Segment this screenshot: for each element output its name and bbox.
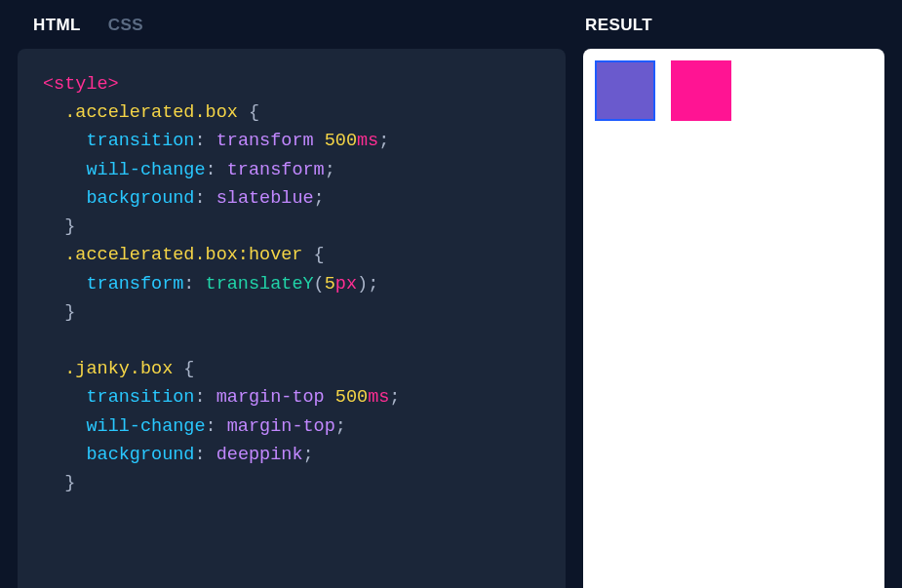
code-token: slateblue: [216, 188, 314, 209]
code-token: }: [64, 216, 75, 237]
code-token: {: [238, 102, 259, 123]
code-token: transform: [227, 160, 325, 180]
code-token: ;: [389, 387, 400, 408]
tab-html[interactable]: HTML: [33, 16, 81, 35]
code-token: :: [183, 274, 194, 294]
code-token: ;: [303, 445, 314, 465]
code-token: {: [173, 359, 194, 379]
code-token: margin-top: [216, 387, 325, 408]
editor-tabs: HTML CSS: [0, 0, 566, 49]
code-content: <style> .accelerated.box { transition: t…: [43, 70, 542, 497]
code-token: 5: [325, 274, 335, 294]
code-token: ;: [325, 160, 335, 180]
code-editor[interactable]: <style> .accelerated.box { transition: t…: [18, 49, 566, 588]
code-token: background: [86, 188, 194, 209]
code-token: transform: [86, 274, 183, 294]
janky-box[interactable]: [671, 60, 731, 121]
code-token: ;: [378, 131, 389, 151]
code-token: will-change: [86, 160, 205, 180]
result-column: RESULT: [566, 0, 902, 588]
code-token: (: [314, 274, 325, 294]
code-token: background: [86, 445, 194, 465]
code-token: margin-top: [227, 416, 335, 437]
app-root: HTML CSS <style> .accelerated.box { tran…: [0, 0, 902, 588]
code-token: 500: [335, 387, 368, 408]
code-token: ms: [368, 387, 389, 408]
code-token: .janky.box: [64, 359, 173, 379]
code-token: :: [194, 387, 205, 408]
code-token: :: [194, 188, 205, 209]
code-token: .accelerated.box: [64, 102, 238, 123]
code-token: transition: [86, 387, 194, 408]
code-token: :: [194, 131, 205, 151]
code-token: .accelerated.box:hover: [64, 245, 302, 265]
tab-css[interactable]: CSS: [108, 16, 143, 35]
code-token: <style>: [43, 74, 119, 95]
code-token: {: [302, 245, 324, 265]
code-token: ;: [335, 416, 346, 437]
code-token: deeppink: [216, 445, 303, 465]
result-label: RESULT: [583, 0, 902, 49]
code-token: :: [206, 160, 216, 180]
editor-column: HTML CSS <style> .accelerated.box { tran…: [0, 0, 566, 588]
code-token: ;: [368, 274, 378, 294]
code-token: ;: [314, 188, 325, 209]
code-token: }: [64, 473, 75, 493]
code-token: transform: [216, 131, 314, 151]
code-token: 500: [325, 131, 357, 151]
code-token: :: [194, 445, 205, 465]
code-token: px: [335, 274, 357, 294]
code-token: ): [357, 274, 368, 294]
code-token: transition: [86, 131, 194, 151]
code-token: :: [206, 416, 216, 437]
code-token: ms: [357, 131, 378, 151]
code-token: translateY: [206, 274, 314, 294]
result-pane: [583, 49, 884, 588]
accelerated-box[interactable]: [595, 60, 655, 121]
code-token: will-change: [86, 416, 205, 437]
code-token: }: [64, 302, 75, 323]
